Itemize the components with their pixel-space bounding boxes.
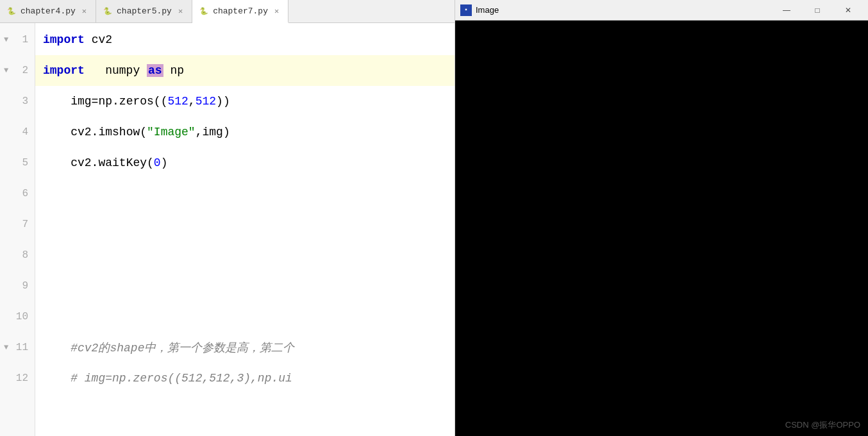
cv2-imshow: cv2.imshow("Image",img) (71, 126, 230, 138)
line-num-1: ▼ 1 (0, 24, 35, 55)
code-line-11: #cv2的shape中，第一个参数是高，第二个 (35, 332, 455, 363)
line-num-6: 6 (0, 178, 35, 209)
line-num-9: 9 (0, 271, 35, 301)
window-titlebar: ▪ Image — □ ✕ (455, 0, 868, 21)
fold-arrow-2[interactable]: ▼ (4, 66, 8, 75)
chapter4-icon: 🐍 (6, 6, 17, 17)
comment-11: #cv2的shape中，第一个参数是高，第二个 (71, 340, 294, 355)
line-num-10: 10 (0, 301, 35, 332)
comment-12: # img=np.zeros((512,512,3),np.ui (71, 372, 292, 385)
tab-chapter4-label: chapter4.py (21, 6, 76, 16)
minimize-button[interactable]: — (772, 1, 801, 19)
tab-chapter5-label: chapter5.py (117, 6, 172, 16)
tab-chapter7-label: chapter7.py (213, 6, 268, 16)
fold-arrow-11[interactable]: ▼ (4, 343, 8, 352)
maximize-button[interactable]: □ (803, 1, 832, 19)
cv2-waitkey: cv2.waitKey(0) (71, 156, 167, 169)
window-controls: — □ ✕ (772, 1, 863, 19)
fold-arrow-1[interactable]: ▼ (4, 35, 8, 44)
code-line-12: # img=np.zeros((512,512,3),np.ui (35, 363, 455, 394)
tab-chapter5[interactable]: 🐍 chapter5.py ✕ (96, 0, 192, 22)
tab-chapter5-close[interactable]: ✕ (176, 5, 185, 17)
watermark: CSDN @振华OPPO (785, 419, 860, 431)
line-num-8: 8 (0, 240, 35, 271)
kw-as: as (147, 64, 163, 77)
code-line-9 (35, 271, 455, 301)
code-line-1: import cv2 (35, 24, 455, 55)
code-line-6 (35, 178, 455, 209)
kw-import-2: import (43, 64, 85, 77)
code-area: ▼ 1 ▼ 2 3 4 5 6 7 8 9 10 ▼ 11 12 impor (0, 23, 455, 436)
code-line-4: cv2.imshow("Image",img) (35, 117, 455, 147)
window-title-text: Image (476, 5, 768, 15)
code-line-3: img=np.zeros((512,512)) (35, 86, 455, 117)
tab-chapter7[interactable]: 🐍 chapter7.py ✕ (192, 0, 288, 23)
line-num-7: 7 (0, 209, 35, 240)
line-num-5: 5 (0, 147, 35, 178)
code-line-10 (35, 301, 455, 332)
line-num-12: 12 (0, 363, 35, 394)
code-line-2: import numpy as np (35, 55, 455, 86)
line-numbers: ▼ 1 ▼ 2 3 4 5 6 7 8 9 10 ▼ 11 12 (0, 23, 35, 436)
line-num-11: ▼ 11 (0, 332, 35, 363)
close-button[interactable]: ✕ (833, 1, 863, 19)
code-line-5: cv2.waitKey(0) (35, 147, 455, 178)
window-title-icon: ▪ (460, 4, 472, 16)
chapter5-icon: 🐍 (103, 6, 113, 17)
image-content: CSDN @振华OPPO (455, 21, 868, 436)
image-pane: ▪ Image — □ ✕ CSDN @振华OPPO (455, 0, 868, 436)
tab-chapter7-close[interactable]: ✕ (272, 5, 281, 17)
code-line-8 (35, 240, 455, 271)
numpy-text: numpy (105, 64, 140, 77)
tab-chapter4-close[interactable]: ✕ (79, 5, 89, 17)
line-num-2: ▼ 2 (0, 55, 35, 86)
editor-pane: 🐍 chapter4.py ✕ 🐍 chapter5.py ✕ 🐍 chapte… (0, 0, 455, 436)
cv2-1: cv2 (92, 33, 112, 46)
line-num-3: 3 (0, 86, 35, 117)
tab-bar: 🐍 chapter4.py ✕ 🐍 chapter5.py ✕ 🐍 chapte… (0, 0, 455, 23)
chapter7-icon: 🐍 (199, 6, 209, 16)
np-text: np (170, 64, 184, 77)
tab-chapter4[interactable]: 🐍 chapter4.py ✕ (0, 0, 96, 22)
line-num-4: 4 (0, 117, 35, 147)
code-content[interactable]: import cv2 import numpy as np img=np.zer… (35, 23, 455, 436)
kw-import-1: import (43, 33, 85, 46)
img-zeros: img=np.zeros((512,512)) (71, 95, 230, 108)
code-line-7 (35, 209, 455, 240)
